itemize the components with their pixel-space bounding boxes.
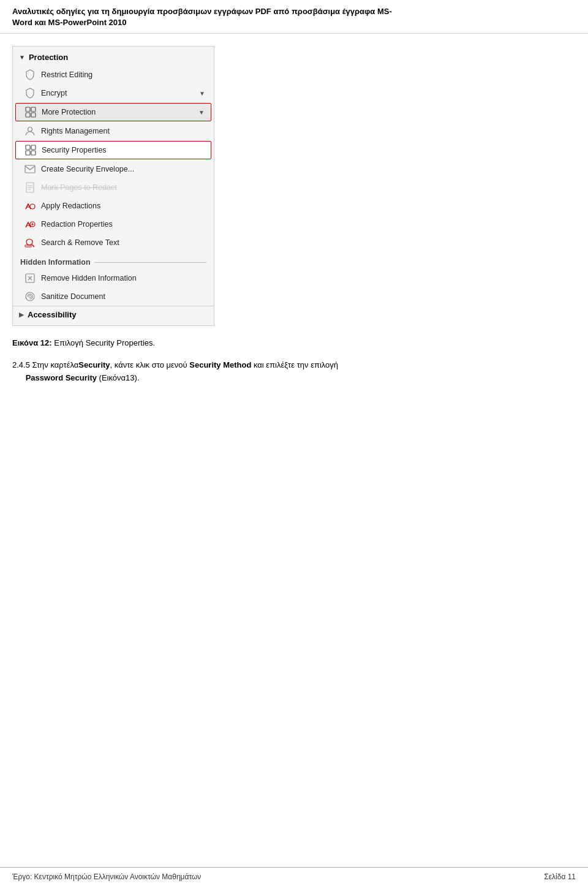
encrypt-label: Encrypt	[41, 89, 194, 97]
body-text-middle: , κάντε κλικ στο μενού	[110, 360, 190, 369]
svg-line-19	[32, 244, 34, 247]
screenshot-container: ▼ Protection Restrict Editing	[12, 46, 214, 326]
hidden-information-divider	[94, 262, 206, 263]
svg-rect-9	[25, 165, 35, 173]
redaction-properties-icon	[24, 218, 36, 230]
accessibility-section-header[interactable]: ▶ Accessibility	[13, 306, 214, 323]
encrypt-arrow-icon: ▼	[199, 90, 205, 97]
figure-caption: Εικόνα 12: Επιλογή Security Properties.	[12, 337, 576, 349]
svg-point-14	[30, 204, 35, 209]
more-protection-arrow-icon: ▼	[198, 109, 205, 116]
search-remove-text-label: Search & Remove Text	[41, 238, 205, 247]
search-remove-text-icon	[24, 237, 36, 249]
sidebar-item-security-properties[interactable]: Security Properties	[15, 141, 211, 159]
svg-rect-8	[31, 151, 36, 155]
sidebar-item-redaction-properties[interactable]: Redaction Properties	[13, 215, 214, 233]
protection-arrow-icon: ▼	[19, 54, 25, 61]
body-text-after: και επιλέξτε την επιλογή	[251, 360, 338, 369]
sidebar-item-mark-pages[interactable]: Mark Pages to Redact	[13, 178, 214, 197]
body-password-security: Password Security	[26, 373, 97, 382]
create-security-envelope-icon	[24, 163, 36, 175]
body-bold2: Security Method	[189, 360, 251, 369]
footer-right-text: Σελίδα 11	[544, 873, 576, 881]
sidebar-item-more-protection[interactable]: More Protection ▼	[15, 103, 211, 121]
sidebar-item-create-security-envelope[interactable]: Create Security Envelope...	[13, 160, 214, 178]
svg-rect-1	[31, 107, 36, 112]
security-properties-icon	[24, 144, 37, 156]
protection-section-header[interactable]: ▼ Protection	[13, 49, 214, 66]
caption-text: Επιλογή Security Properties.	[52, 338, 155, 347]
svg-rect-3	[31, 113, 36, 117]
sidebar-item-remove-hidden-info[interactable]: Remove Hidden Information	[13, 269, 214, 287]
svg-rect-20	[25, 245, 31, 247]
apply-redactions-label: Apply Redactions	[41, 202, 205, 210]
remove-hidden-info-icon	[24, 272, 36, 284]
svg-rect-6	[31, 145, 36, 150]
svg-rect-7	[26, 151, 30, 155]
page-footer: Έργο: Κεντρικό Μητρώο Ελληνικών Ανοικτών…	[0, 867, 588, 886]
more-protection-label: More Protection	[42, 108, 194, 116]
rights-management-label: Rights Management	[41, 127, 205, 135]
encrypt-icon	[24, 87, 36, 99]
body-paragraph: 2.4.5 Στην καρτέλαSecurity, κάντε κλικ σ…	[12, 359, 576, 385]
main-content: ▼ Protection Restrict Editing	[0, 34, 588, 867]
svg-rect-2	[26, 113, 30, 117]
sidebar-item-encrypt[interactable]: Encrypt ▼	[13, 84, 214, 102]
svg-point-22	[26, 292, 34, 301]
mark-pages-icon	[24, 181, 36, 194]
create-security-envelope-label: Create Security Envelope...	[41, 165, 205, 173]
restrict-editing-icon	[24, 69, 36, 81]
security-properties-label: Security Properties	[42, 146, 205, 154]
footer-left-text: Έργο: Κεντρικό Μητρώο Ελληνικών Ανοικτών…	[12, 873, 201, 881]
sidebar-item-sanitize-document[interactable]: Sanitize Document	[13, 287, 214, 306]
sanitize-document-icon	[24, 290, 36, 303]
svg-point-4	[28, 127, 32, 132]
body-line2-suffix: (Εικόνα13).	[97, 373, 140, 382]
header-title: Αναλυτικές οδηγίες για τη δημιουργία προ…	[12, 6, 576, 28]
sidebar-item-apply-redactions[interactable]: Apply Redactions	[13, 197, 214, 215]
sidebar-item-search-remove-text[interactable]: Search & Remove Text	[13, 233, 214, 252]
body-bold1: Security	[78, 360, 110, 369]
sidebar-item-rights-management[interactable]: Rights Management	[13, 122, 214, 140]
svg-rect-0	[26, 107, 30, 112]
page-header: Αναλυτικές οδηγίες για τη δημιουργία προ…	[0, 0, 588, 34]
hidden-information-section: Hidden Information Remove Hidden Informa…	[13, 256, 214, 306]
hidden-information-header: Hidden Information	[13, 256, 214, 269]
protection-label: Protection	[29, 53, 68, 62]
svg-point-23	[29, 295, 31, 298]
accessibility-arrow-icon: ▶	[19, 311, 24, 318]
svg-rect-5	[26, 145, 30, 150]
rights-management-icon	[24, 125, 36, 137]
svg-point-18	[26, 239, 32, 245]
mark-pages-label: Mark Pages to Redact	[41, 183, 205, 192]
section-number: 2.4.5	[12, 360, 30, 369]
sanitize-document-label: Sanitize Document	[41, 292, 205, 301]
redaction-properties-label: Redaction Properties	[41, 220, 205, 229]
hidden-information-label: Hidden Information	[20, 258, 91, 267]
body-text-before-bold: Στην καρτέλα	[30, 360, 78, 369]
more-protection-icon	[24, 106, 37, 118]
apply-redactions-icon	[24, 200, 36, 212]
accessibility-label: Accessibility	[28, 310, 77, 319]
menu-panel: ▼ Protection Restrict Editing	[13, 47, 214, 325]
caption-label: Εικόνα 12:	[12, 338, 52, 347]
remove-hidden-info-label: Remove Hidden Information	[41, 274, 205, 282]
restrict-editing-label: Restrict Editing	[41, 70, 205, 79]
sidebar-item-restrict-editing[interactable]: Restrict Editing	[13, 66, 214, 84]
